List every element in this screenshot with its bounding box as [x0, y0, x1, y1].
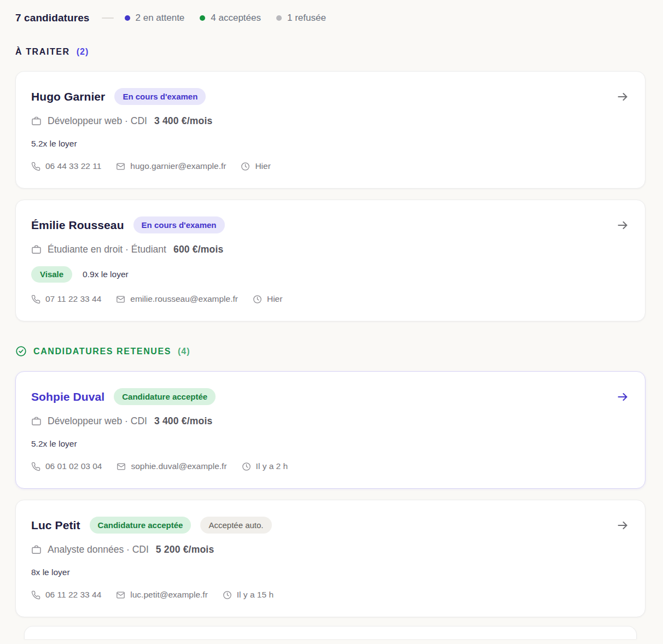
briefcase-icon — [31, 244, 42, 255]
time-label: Hier — [267, 294, 282, 304]
job-row: Analyste données · CDI 5 200 €/mois — [31, 544, 630, 555]
email-contact: emilie.rousseau@example.fr — [116, 294, 238, 304]
arrow-right-icon[interactable] — [615, 218, 630, 232]
candidate-name: Hugo Garnier — [31, 90, 105, 103]
summary-bar: 7 candidatures 2 en attente 4 acceptées … — [15, 12, 645, 24]
income-value: 3 400 €/mois — [154, 415, 213, 427]
job-row: Étudiante en droit · Étudiant 600 €/mois — [31, 244, 630, 255]
section-title: CANDIDATURES RETENUES — [33, 347, 171, 356]
ratio-row: Visale 0.9x le loyer — [31, 266, 630, 283]
phone-contact: 06 44 33 22 11 — [31, 161, 101, 171]
summary-divider — [102, 17, 114, 19]
income-value: 5 200 €/mois — [156, 544, 214, 555]
briefcase-icon — [31, 545, 42, 555]
phone-contact: 06 11 22 33 44 — [31, 590, 101, 600]
rent-ratio-label: 5.2x le loyer — [31, 139, 77, 149]
mail-icon — [116, 162, 125, 171]
candidate-name: Sohpie Duval — [31, 390, 104, 403]
legend-label: 4 acceptées — [211, 13, 261, 24]
legend-item-acceptees: 4 acceptées — [200, 13, 261, 24]
phone-contact: 07 11 22 33 44 — [31, 294, 101, 304]
time-contact: Hier — [253, 294, 282, 304]
contact-row: 07 11 22 33 44 emilie.rousseau@example.f… — [31, 294, 630, 304]
status-badge: Candidature acceptée — [90, 517, 191, 534]
contact-row: 06 11 22 33 44 luc.petit@example.fr Il y… — [31, 590, 630, 600]
job-label: Développeur web · CDI — [48, 415, 147, 427]
phone-icon — [31, 295, 40, 304]
rent-ratio-label: 0.9x le loyer — [83, 270, 129, 279]
clock-icon — [242, 462, 251, 471]
auto-accepted-badge: Acceptée auto. — [200, 517, 271, 534]
section-title: À TRAITER — [15, 47, 70, 57]
time-label: Il y a 15 h — [237, 590, 274, 600]
time-label: Hier — [255, 161, 270, 171]
section-count: (2) — [77, 47, 89, 57]
status-badge: En cours d'examen — [114, 88, 206, 105]
job-label: Étudiante en droit · Étudiant — [48, 244, 166, 255]
legend-label: 2 en attente — [136, 13, 185, 24]
candidate-name: Luc Petit — [31, 519, 80, 532]
status-legend: 2 en attente 4 acceptées 1 refusée — [125, 13, 326, 24]
section-retenues-header: CANDIDATURES RETENUES (4) — [15, 346, 645, 357]
email-contact: luc.petit@example.fr — [116, 590, 208, 600]
card-head-row: Émilie Rousseau En cours d'examen — [31, 216, 630, 233]
phone-number: 06 44 33 22 11 — [45, 161, 101, 171]
clock-icon — [241, 162, 250, 171]
income-value: 600 €/mois — [173, 244, 224, 255]
check-circle-icon — [15, 346, 27, 357]
phone-icon — [31, 590, 40, 600]
ratio-row: 5.2x le loyer — [31, 138, 630, 150]
job-label: Développeur web · CDI — [48, 115, 147, 127]
mail-icon — [117, 462, 126, 471]
candidature-card-sohpie-duval[interactable]: Sohpie Duval Candidature acceptée Dévelo… — [15, 371, 645, 489]
job-row: Développeur web · CDI 3 400 €/mois — [31, 415, 630, 427]
arrow-right-icon[interactable] — [615, 390, 630, 404]
candidature-card-hugo-garnier[interactable]: Hugo Garnier En cours d'examen Développe… — [15, 71, 645, 189]
candidature-card-emilie-rousseau[interactable]: Émilie Rousseau En cours d'examen Étudia… — [15, 200, 645, 321]
job-label: Analyste données · CDI — [48, 544, 149, 555]
phone-icon — [31, 462, 40, 471]
section-a-traiter-header: À TRAITER (2) — [15, 47, 645, 57]
accepted-dot-icon — [200, 15, 205, 21]
contact-row: 06 44 33 22 11 hugo.garnier@example.fr H… — [31, 161, 630, 171]
email-contact: sophie.duval@example.fr — [117, 461, 226, 471]
refused-dot-icon — [276, 15, 282, 21]
job-row: Développeur web · CDI 3 400 €/mois — [31, 115, 630, 127]
briefcase-icon — [31, 416, 42, 426]
visale-badge: Visale — [31, 266, 72, 283]
email-contact: hugo.garnier@example.fr — [116, 161, 226, 171]
pending-dot-icon — [125, 15, 130, 21]
clock-icon — [223, 590, 232, 600]
candidate-name: Émilie Rousseau — [31, 219, 124, 232]
clock-icon — [253, 295, 262, 304]
contact-row: 06 01 02 03 04 sophie.duval@example.fr I… — [31, 461, 630, 471]
time-label: Il y a 2 h — [256, 461, 288, 471]
status-badge: En cours d'examen — [133, 216, 225, 233]
status-badge: Candidature acceptée — [114, 388, 216, 405]
phone-icon — [31, 162, 40, 171]
phone-number: 06 11 22 33 44 — [45, 590, 101, 600]
time-contact: Il y a 2 h — [242, 461, 288, 471]
next-card-partial[interactable] — [24, 626, 637, 639]
arrow-right-icon[interactable] — [615, 518, 630, 532]
rent-ratio-label: 8x le loyer — [31, 567, 70, 577]
ratio-row: 8x le loyer — [31, 566, 630, 578]
arrow-right-icon[interactable] — [615, 90, 630, 104]
time-contact: Il y a 15 h — [223, 590, 274, 600]
email-address: luc.petit@example.fr — [130, 590, 208, 600]
legend-item-en-attente: 2 en attente — [125, 13, 185, 24]
phone-contact: 06 01 02 03 04 — [31, 461, 102, 471]
ratio-row: 5.2x le loyer — [31, 438, 630, 450]
legend-item-refusee: 1 refusée — [276, 13, 326, 24]
card-head-row: Luc Petit Candidature acceptée Acceptée … — [31, 517, 630, 534]
legend-label: 1 refusée — [287, 13, 326, 24]
card-head-row: Hugo Garnier En cours d'examen — [31, 88, 630, 105]
email-address: hugo.garnier@example.fr — [130, 161, 226, 171]
mail-icon — [116, 590, 125, 600]
email-address: sophie.duval@example.fr — [131, 461, 226, 471]
card-head-row: Sohpie Duval Candidature acceptée — [31, 388, 630, 405]
candidature-card-luc-petit[interactable]: Luc Petit Candidature acceptée Acceptée … — [15, 500, 645, 617]
phone-number: 07 11 22 33 44 — [45, 294, 101, 304]
email-address: emilie.rousseau@example.fr — [130, 294, 238, 304]
candidatures-page: 7 candidatures 2 en attente 4 acceptées … — [0, 0, 663, 639]
